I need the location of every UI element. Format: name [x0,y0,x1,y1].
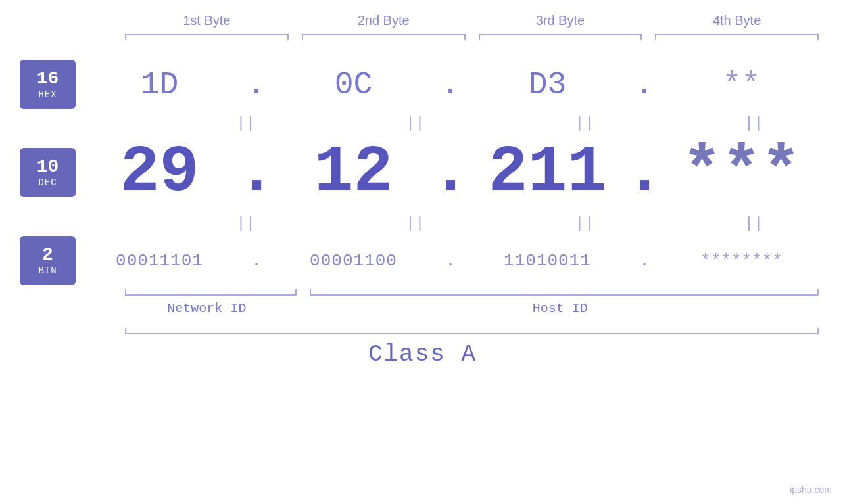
host-id-label: Host ID [295,301,825,316]
dec-dot-2: . [437,135,464,210]
class-label: Class A [368,341,477,368]
bin-dot-1: . [243,251,270,271]
dec-row: 10 DEC 29 . 12 . 211 . *** [20,135,825,210]
hex-cell-4: ** [658,67,825,103]
bin-badge: 2 BIN [20,236,76,285]
bin-badge-number: 2 [42,245,53,265]
dec-cell-2: 12 [270,140,437,206]
bin-badge-label: BIN [38,265,57,276]
equal-2b: || [344,215,487,233]
equal-1b: || [174,215,318,233]
dec-badge-label: DEC [38,177,57,188]
bin-cell-3: 11010011 [464,251,631,271]
byte3-header: 3rd Byte [472,13,649,28]
bottom-brackets-row [118,289,825,296]
bin-dot-3: . [631,251,658,271]
byte-headers: 1st Byte 2nd Byte 3rd Byte 4th Byte [118,13,825,28]
network-id-label: Network ID [118,301,295,316]
dec-cells: 29 . 12 . 211 . *** [76,135,825,210]
hex-cell-1: 1D [76,67,243,103]
bin-cell-4: ******** [658,251,825,271]
hex-badge: 16 HEX [20,60,76,109]
dec-value-3: 211 [488,140,606,206]
dec-cell-4: *** [658,135,825,210]
class-label-row: Class A [20,341,825,368]
hex-value-2: 0C [335,67,373,103]
hex-cells: 1D . 0C . D3 . ** [76,67,825,103]
byte1-header: 1st Byte [118,13,295,28]
bin-row: 2 BIN 00011101 . 00001100 . 11010011 . [20,236,825,285]
bracket-network [125,289,297,296]
bracket-byte1 [125,34,289,40]
equal-4: || [683,114,826,132]
dec-dot-1: . [243,135,270,210]
hex-value-1: 1D [141,67,179,103]
equal-3b: || [513,215,656,233]
bin-cell-2: 00001100 [270,251,437,271]
hex-value-3: D3 [529,67,567,103]
class-bracket-row [118,328,825,334]
main-container: 1st Byte 2nd Byte 3rd Byte 4th Byte 16 H… [0,0,845,504]
byte2-header: 2nd Byte [295,13,472,28]
hex-badge-number: 16 [37,69,59,89]
hex-badge-label: HEX [38,89,57,100]
bin-value-1: 00011101 [116,251,203,271]
hex-dot-1: . [243,67,270,103]
equal-row-2: || || || || [118,215,825,233]
equal-2: || [344,114,487,132]
byte4-header: 4th Byte [648,13,825,28]
id-labels: Network ID Host ID [118,301,825,316]
dec-cell-3: 211 [464,140,631,206]
bin-value-4: ******** [700,251,783,271]
bin-cells: 00011101 . 00001100 . 11010011 . *******… [76,251,825,271]
top-brackets [118,34,825,40]
dec-value-2: 12 [314,140,393,206]
equal-3: || [513,114,656,132]
hex-cell-3: D3 [464,67,631,103]
dec-value-1: 29 [120,140,199,206]
hex-row: 16 HEX 1D . 0C . D3 . ** [20,60,825,109]
class-bracket [125,328,819,334]
hex-dot-2: . [437,67,464,103]
equal-4b: || [683,215,826,233]
hex-cell-2: 0C [270,67,437,103]
dec-dot-3: . [631,135,658,210]
dec-value-4: *** [682,135,800,210]
bin-value-3: 11010011 [504,251,591,271]
watermark: ipshu.com [790,484,832,495]
bracket-byte3 [479,34,642,40]
bin-cell-1: 00011101 [76,251,243,271]
equal-1: || [174,114,318,132]
bracket-host [310,289,819,296]
equal-row-1: || || || || [118,114,825,132]
bin-dot-2: . [437,251,464,271]
dec-cell-1: 29 [76,140,243,206]
dec-badge: 10 DEC [20,148,76,197]
bracket-byte4 [655,34,819,40]
dec-badge-number: 10 [37,157,59,177]
hex-value-4: ** [723,67,761,103]
bracket-byte2 [302,34,466,40]
hex-dot-3: . [631,67,658,103]
bin-value-2: 00001100 [310,251,397,271]
